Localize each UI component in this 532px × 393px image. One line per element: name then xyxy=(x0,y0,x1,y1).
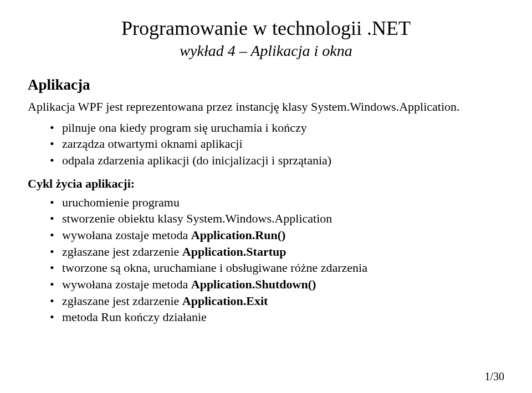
list-item: zgłaszane jest zdarzenie Application.Exi… xyxy=(50,293,504,309)
list-item-bold: Application.Run() xyxy=(191,228,286,242)
list-item: zgłaszane jest zdarzenie Application.Sta… xyxy=(50,244,504,260)
list-item: stworzenie obiektu klasy System.Windows.… xyxy=(50,210,504,227)
list-item-bold: Application.Shutdown() xyxy=(191,277,316,291)
bullet-list-1: pilnuje ona kiedy program się uruchamia … xyxy=(28,120,504,169)
list-item: odpala zdarzenia aplikacji (do inicjaliz… xyxy=(50,152,504,169)
list-item: metoda Run kończy działanie xyxy=(50,309,504,325)
list-item: wywołana zostaje metoda Application.Run(… xyxy=(50,227,504,244)
list-item: pilnuje ona kiedy program się uruchamia … xyxy=(50,120,504,136)
list-item: uruchomienie programu xyxy=(50,194,504,211)
intro-text: Aplikacja WPF jest reprezentowana przez … xyxy=(28,99,504,115)
title-block: Programowanie w technologii .NET wykład … xyxy=(28,17,504,60)
list-item-bold: Application.Exit xyxy=(182,294,268,308)
page-number: 1/30 xyxy=(484,370,504,383)
subtitle: wykład 4 – Aplikacja i okna xyxy=(28,42,504,60)
list-item-bold: Application.Startup xyxy=(182,245,287,258)
list-item-pre: wywołana zostaje metoda xyxy=(62,277,191,291)
main-title: Programowanie w technologii .NET xyxy=(28,17,504,40)
subheading-cykl: Cykl życia aplikacji: xyxy=(28,177,504,191)
list-item: tworzone są okna, uruchamiane i obsługiw… xyxy=(50,260,504,276)
list-item-pre: wywołana zostaje metoda xyxy=(62,228,191,242)
section-heading-aplikacja: Aplikacja xyxy=(28,76,504,94)
bullet-list-2: uruchomienie programu stworzenie obiektu… xyxy=(28,194,504,326)
list-item-pre: zgłaszane jest zdarzenie xyxy=(62,294,182,308)
list-item-pre: zgłaszane jest zdarzenie xyxy=(62,245,182,258)
list-item: wywołana zostaje metoda Application.Shut… xyxy=(50,276,504,293)
list-item: zarządza otwartymi oknami aplikacji xyxy=(50,136,504,152)
